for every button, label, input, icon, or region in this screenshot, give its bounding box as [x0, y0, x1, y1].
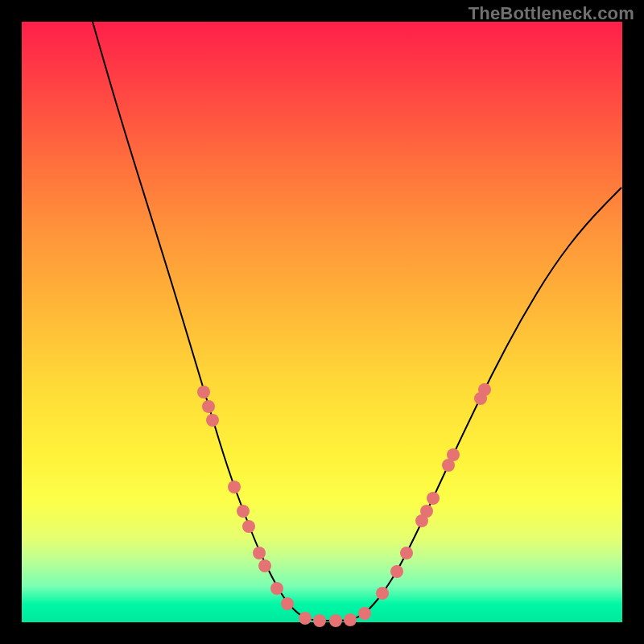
dots-group — [197, 383, 491, 627]
data-dot — [427, 492, 440, 505]
v-curve-line — [93, 22, 621, 621]
data-dot — [390, 565, 403, 578]
data-dot — [313, 614, 326, 627]
chart-svg — [22, 22, 622, 622]
data-dot — [242, 520, 255, 533]
data-dot — [253, 547, 266, 559]
data-dot — [329, 614, 342, 627]
data-dot — [478, 383, 491, 396]
data-dot — [281, 597, 294, 610]
data-dot — [358, 607, 371, 620]
data-dot — [258, 559, 271, 572]
data-dot — [400, 547, 413, 559]
data-dot — [376, 587, 389, 600]
data-dot — [299, 612, 312, 625]
data-dot — [344, 613, 357, 626]
data-dot — [228, 481, 241, 493]
data-dot — [237, 505, 250, 518]
data-dot — [197, 386, 210, 398]
data-dot — [447, 448, 460, 461]
data-dot — [270, 582, 283, 595]
data-dot — [420, 505, 433, 518]
watermark-text: TheBottleneck.com — [469, 3, 634, 24]
data-dot — [202, 400, 215, 413]
data-dot — [206, 414, 219, 427]
